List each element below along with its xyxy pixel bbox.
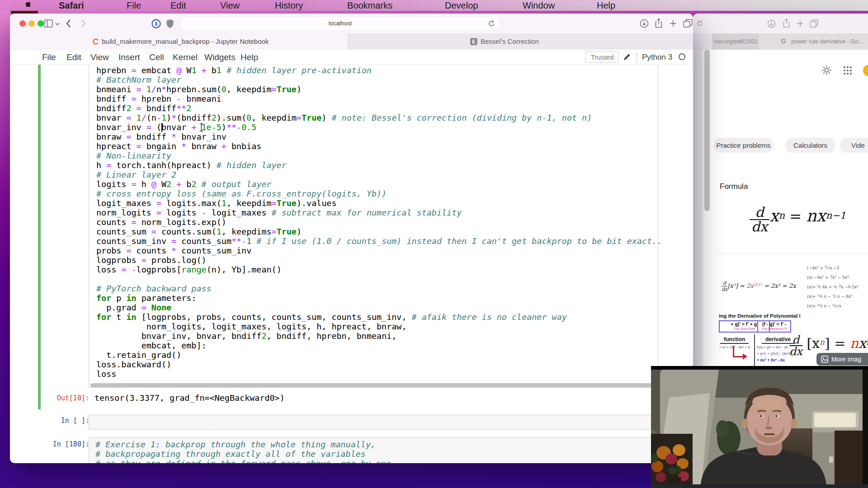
red-arrow-head (743, 353, 747, 360)
pill-calculators[interactable]: Calculators (785, 138, 835, 153)
divider (637, 52, 637, 63)
minimize-button[interactable] (28, 20, 35, 27)
trusted-badge[interactable]: Trusted (585, 52, 619, 63)
tab-arxiv-title: rxiv.org/pdf/1502... (714, 38, 759, 45)
kernel-name: Python 3 (642, 53, 672, 62)
code-line: # Linear layer 2 (96, 170, 662, 179)
table-header-function: function (720, 336, 749, 344)
back-icon[interactable] (66, 19, 71, 28)
tab-jupyter-notebook[interactable]: build_makemore_manual_backprop - Jupyter… (10, 33, 348, 50)
share-icon[interactable] (654, 18, 663, 28)
zoom-button[interactable] (38, 20, 44, 27)
menubar-item-window[interactable]: Window (523, 0, 555, 10)
code-line: loss (96, 369, 662, 379)
code-line: hpreact = bngain * bnraw + bnbias (96, 141, 662, 151)
menubar-item-view[interactable]: View (220, 0, 240, 10)
reload-icon[interactable] (696, 19, 704, 28)
code-line: h = torch.tanh(hpreact) # hidden layer (96, 160, 662, 170)
address-bar[interactable]: localhost (181, 17, 500, 30)
code-line: loss = -logprobs[range(n), Yb].mean() (96, 265, 662, 274)
menubar-item-develop[interactable]: Develop (445, 0, 478, 10)
download-icon[interactable] (767, 19, 776, 28)
tab-jupyter-title: build_makemore_manual_backprop - Jupyter… (102, 38, 269, 45)
tab-arxiv-pdf[interactable]: rxiv.org/pdf/1502... (712, 33, 759, 50)
code-line: probs = counts * counts_sum_inv (96, 246, 662, 255)
chevron-down-icon[interactable] (55, 23, 60, 26)
thumb-math-line: (x)+ ⁵⁄₃ 4x + ¹⁄₂ 7x −0.5x² (807, 282, 863, 292)
gear-icon[interactable] (821, 65, 832, 75)
code-line: loss.backward() (96, 360, 662, 369)
image-result-1[interactable]: ddx[x²] = 2x(2-1) = 2x¹ = 2x (722, 260, 796, 314)
pill-practice-problems[interactable]: Practice problems (713, 138, 774, 153)
onepassword-icon[interactable] (151, 19, 161, 28)
extension-shield-icon[interactable] (166, 19, 174, 28)
code-line: counts = norm_logits.exp() (96, 217, 662, 227)
menubar-item-file[interactable]: File (127, 0, 141, 10)
menubar-app-name[interactable]: Safari (59, 0, 84, 10)
new-tab-icon[interactable] (669, 19, 677, 28)
code-line: # PyTorch backward pass (96, 284, 662, 293)
jmenu-help[interactable]: Help (241, 52, 258, 62)
panel-scrollbar[interactable] (704, 50, 710, 211)
red-arrow-shaft (733, 356, 744, 357)
menubar-item-edit[interactable]: Edit (170, 0, 186, 10)
formula-heading: Formula (720, 182, 748, 191)
avatar[interactable] (863, 65, 868, 76)
jmenu-view[interactable]: View (90, 52, 109, 62)
exercise-cell-code[interactable]: # Exercise 1: backprop through the whole… (95, 440, 391, 463)
tab-google-search[interactable]: G power rule derivative - Go... (759, 33, 868, 50)
tab-overview-icon[interactable] (810, 19, 818, 28)
more-images-button[interactable]: More imag (816, 353, 868, 366)
jmenu-file[interactable]: File (42, 52, 56, 62)
close-button[interactable] (19, 20, 26, 27)
code-line: bndiff2 = bndiff**2 (96, 103, 662, 113)
code-line: counts_sum = counts.sum(1, keepdims=True… (96, 227, 662, 236)
exercise-cell-prompt: In [180]: (10, 440, 90, 448)
download-icon[interactable] (640, 19, 649, 28)
code-horizontal-scrollbar[interactable] (90, 383, 654, 387)
new-tab-icon[interactable] (796, 19, 804, 28)
share-icon[interactable] (782, 19, 791, 28)
menubar-item-help[interactable]: Help (597, 0, 615, 10)
exercise-cell-input[interactable]: # Exercise 1: backprop through the whole… (89, 437, 658, 463)
code-editor[interactable]: hprebn = embcat @ W1 + b1 # hidden layer… (96, 66, 662, 379)
out-value: tensor(3.3377, grad_fn=<NegBackward0>) (94, 393, 285, 403)
code-line: bnraw = bndiff * bnvar_inv (96, 132, 662, 141)
jmenu-widgets[interactable]: Widgets (204, 52, 236, 62)
code-line: for t in [logprobs, probs, counts, count… (96, 312, 662, 322)
jmenu-kernel[interactable]: Kernel (173, 52, 198, 62)
forward-icon[interactable] (81, 19, 86, 28)
code-line: for p in parameters: (96, 293, 662, 303)
reload-icon[interactable] (488, 20, 495, 27)
tab-google-title: power rule derivative - Go... (791, 38, 863, 45)
jupyter-favicon (93, 38, 99, 45)
menubar-item-history[interactable]: History (275, 0, 303, 10)
code-line: # backpropagating through exactly all of… (95, 449, 391, 459)
pencil-icon (623, 53, 631, 61)
sidebar-icon[interactable] (44, 19, 53, 28)
main-toolbar: localhost (10, 14, 693, 33)
code-line: logits = h @ W2 + b2 # output layer (96, 179, 662, 189)
image-icon (821, 356, 828, 363)
code-line: counts_sum_inv = counts_sum**-1 # if I u… (96, 236, 662, 246)
code-line: # cross entropy loss (same as F.cross_en… (96, 189, 662, 198)
main-tab-bar: build_makemore_manual_backprop - Jupyter… (10, 33, 693, 50)
image-result-2[interactable]: (−4x⁵ + 7√x −5(x) −4x⁵ + 7x³ − 5x⁴(x)+ ⁵… (798, 260, 863, 314)
divider (716, 253, 868, 254)
empty-cell-input[interactable] (89, 415, 658, 430)
code-line: norm_logits = logits - logit_maxes # sub… (96, 208, 662, 217)
menubar-item-bookmarks[interactable]: Bookmarks (347, 0, 392, 10)
tab-overview-icon[interactable] (683, 19, 693, 28)
apple-icon[interactable] (25, 2, 32, 9)
pill-videos[interactable]: Vide (840, 138, 868, 153)
tab-bessel[interactable]: E Bessel's Correction (349, 33, 693, 50)
table-cell: = (x⁴)' + (2x⁴)' - (3x⁴)' (757, 352, 791, 356)
url-text: localhost (181, 20, 500, 27)
jmenu-edit[interactable]: Edit (66, 52, 81, 62)
more-images-label: More imag (831, 353, 861, 366)
apps-grid-icon[interactable] (843, 66, 852, 75)
jmenu-cell[interactable]: Cell (149, 52, 164, 62)
jmenu-insert[interactable]: Insert (118, 52, 140, 62)
safari-window: localhost build_makemore_manual_backprop… (10, 14, 693, 463)
selected-cell-border (38, 65, 41, 409)
